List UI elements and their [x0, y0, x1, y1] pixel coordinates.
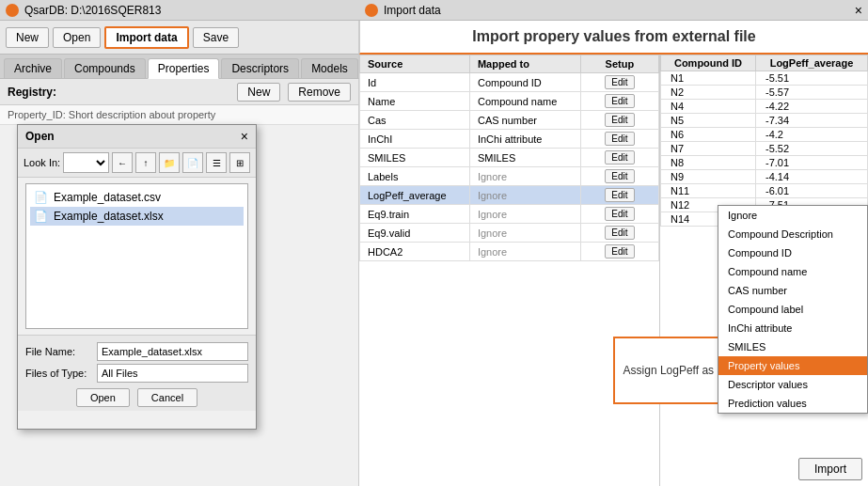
logpeff-header: LogPeff_average — [756, 55, 868, 71]
import-table-row: Name Compound name Edit — [360, 92, 659, 111]
nav-list-btn[interactable]: ☰ — [206, 152, 227, 173]
compound-table-row: N6 -4.2 — [661, 128, 868, 142]
compound-data-section: Compound ID LogPeff_average N1 -5.51 N2 … — [660, 55, 868, 486]
nav-file-btn[interactable]: 📄 — [182, 152, 203, 173]
edit-button-4[interactable]: Edit — [605, 150, 634, 165]
compound-table-row: N8 -7.01 — [661, 156, 868, 170]
dialog-bottom: File Name: Files of Type: Open Cancel — [18, 335, 256, 411]
left-panel: Registry: New Remove Property_ID: Short … — [0, 79, 359, 486]
left-toolbar: New Open Import data Save — [0, 21, 359, 55]
dropdown-item[interactable]: Compound Description — [718, 225, 867, 243]
edit-button-0[interactable]: Edit — [605, 75, 634, 89]
nav-up-btn[interactable]: ↑ — [135, 152, 156, 173]
import-button[interactable]: Import — [798, 458, 862, 480]
import-table: Source Mapped to Setup Id Compound ID Ed… — [359, 55, 659, 261]
import-icon — [365, 4, 378, 17]
edit-button-5[interactable]: Edit — [605, 169, 634, 183]
compound-table-row: N2 -5.57 — [661, 86, 868, 100]
dropdown-item[interactable]: Ignore — [718, 206, 867, 225]
file-type-label: Files of Type: — [25, 368, 91, 379]
xlsx-file-icon: 📄 — [34, 210, 48, 223]
open-button[interactable]: Open — [53, 27, 101, 48]
compound-table: Compound ID LogPeff_average N1 -5.51 N2 … — [660, 55, 868, 227]
dropdown-item[interactable]: Property values — [718, 356, 867, 375]
import-mapping-section: Source Mapped to Setup Id Compound ID Ed… — [359, 55, 660, 486]
new-button[interactable]: New — [6, 27, 49, 48]
dialog-title: Open — [25, 130, 55, 143]
nav-back-btn[interactable]: ← — [112, 152, 133, 173]
dialog-open-button[interactable]: Open — [76, 388, 130, 407]
compound-table-row: N1 -5.51 — [661, 71, 868, 86]
dropdown-item[interactable]: Compound ID — [718, 243, 867, 262]
look-in-select[interactable] — [63, 152, 109, 173]
import-dialog-title: Import data — [384, 4, 441, 17]
compound-id-header: Compound ID — [661, 55, 756, 71]
edit-button-7[interactable]: Edit — [605, 207, 634, 221]
col-source: Source — [360, 55, 470, 73]
tab-compounds[interactable]: Compounds — [64, 58, 146, 78]
save-button[interactable]: Save — [193, 27, 239, 48]
col-setup: Setup — [580, 55, 658, 73]
dropdown-menu: IgnoreCompound DescriptionCompound IDCom… — [718, 205, 868, 414]
tab-models[interactable]: Models — [301, 58, 358, 78]
nav-grid-btn[interactable]: ⊞ — [229, 152, 250, 173]
import-table-row: Eq9.train Ignore Edit — [360, 205, 659, 224]
edit-button-2[interactable]: Edit — [605, 113, 634, 127]
dialog-close-icon[interactable]: × — [241, 129, 248, 144]
registry-new-button[interactable]: New — [237, 83, 280, 102]
import-banner-text: Import propery values from external file — [472, 28, 755, 45]
edit-button-1[interactable]: Edit — [605, 94, 634, 108]
dialog-buttons: Open Cancel — [25, 388, 248, 407]
edit-button-9[interactable]: Edit — [605, 244, 634, 259]
file-type-row: Files of Type: — [25, 364, 248, 383]
look-in-bar: Look In: ← ↑ 📁 📄 ☰ ⊞ — [18, 149, 256, 178]
dropdown-item[interactable]: Compound name — [718, 262, 867, 281]
dialog-title-bar: Open × — [18, 125, 256, 149]
app-title: QsarDB: D:\2016SQER813 — [24, 4, 161, 17]
file-list: 📄 Example_dataset.csv 📄 Example_dataset.… — [25, 183, 248, 329]
edit-button-3[interactable]: Edit — [605, 132, 634, 146]
compound-table-row: N11 -6.01 — [661, 184, 868, 198]
import-data-button[interactable]: Import data — [104, 26, 188, 49]
app-icon — [6, 4, 19, 17]
compound-table-row: N7 -5.52 — [661, 142, 868, 156]
file-item-xlsx[interactable]: 📄 Example_dataset.xlsx — [30, 207, 244, 226]
compound-table-row: N5 -7.34 — [661, 114, 868, 128]
import-table-row: LogPeff_average Ignore Edit — [360, 186, 659, 205]
dialog-cancel-button[interactable]: Cancel — [137, 388, 197, 407]
dropdown-item[interactable]: Prediction values — [718, 394, 867, 413]
file-type-input[interactable] — [97, 364, 248, 383]
close-icon[interactable]: × — [855, 3, 862, 18]
dropdown-item[interactable]: Descriptor values — [718, 375, 867, 394]
import-table-row: Labels Ignore Edit — [360, 167, 659, 186]
import-table-row: InChI InChi attribute Edit — [360, 130, 659, 149]
open-dialog: Open × Look In: ← ↑ 📁 📄 ☰ ⊞ 📄 Example_da… — [17, 124, 257, 430]
registry-remove-button[interactable]: Remove — [288, 83, 351, 102]
dropdown-item[interactable]: CAS number — [718, 281, 867, 300]
tab-properties[interactable]: Properties — [148, 58, 220, 79]
registry-bar: Registry: New Remove — [0, 79, 358, 105]
edit-button-6[interactable]: Edit — [605, 188, 634, 202]
tab-archive[interactable]: Archive — [4, 58, 62, 78]
col-mapped: Mapped to — [469, 55, 580, 73]
nav-folder-btn[interactable]: 📁 — [159, 152, 180, 173]
import-table-row: SMILES SMILES Edit — [360, 149, 659, 167]
file-name-label: File Name: — [25, 346, 91, 357]
import-table-row: Id Compound ID Edit — [360, 73, 659, 92]
csv-file-icon: 📄 — [34, 191, 48, 204]
edit-button-8[interactable]: Edit — [605, 226, 634, 240]
app-title-bar: QsarDB: D:\2016SQER813 — [0, 0, 359, 21]
dropdown-item[interactable]: SMILES — [718, 337, 867, 356]
tab-bar: Archive Compounds Properties Descriptors… — [0, 55, 359, 79]
import-table-row: HDCA2 Ignore Edit — [360, 243, 659, 261]
file-name-input[interactable] — [97, 342, 248, 361]
compound-table-row: N4 -4.22 — [661, 100, 868, 114]
dropdown-item[interactable]: Compound label — [718, 300, 867, 319]
import-title-bar: Import data × — [359, 0, 868, 21]
tab-descriptors[interactable]: Descriptors — [221, 58, 299, 78]
import-table-row: Eq9.valid Ignore Edit — [360, 224, 659, 243]
registry-label: Registry: — [8, 86, 56, 99]
dropdown-item[interactable]: InChi attribute — [718, 319, 867, 337]
file-name-row: File Name: — [25, 342, 248, 361]
file-item-csv[interactable]: 📄 Example_dataset.csv — [30, 188, 244, 207]
